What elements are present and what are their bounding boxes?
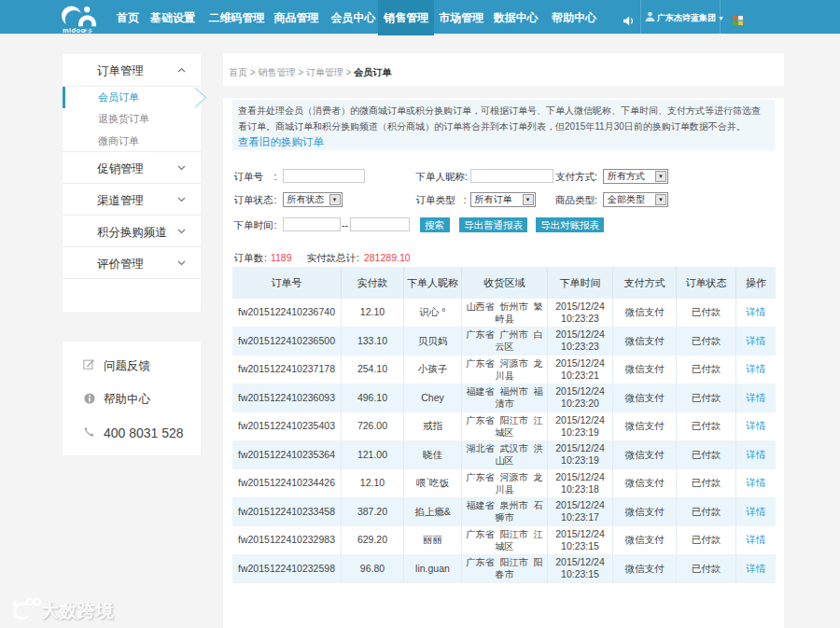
svg-text:米多: 米多 <box>83 28 93 34</box>
